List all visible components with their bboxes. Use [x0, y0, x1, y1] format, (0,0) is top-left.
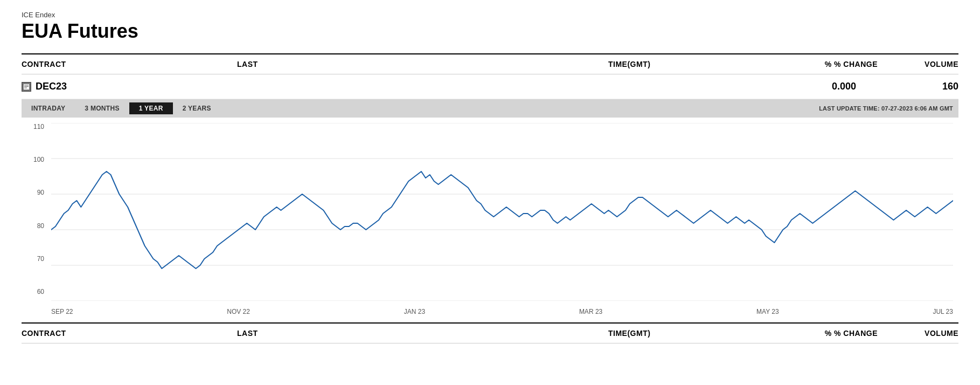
- y-label-110: 110: [22, 123, 48, 130]
- col-time-bottom: TIME(GMT): [608, 329, 770, 338]
- chart-container: 110 100 90 80 70 60 SEP 22 NOV 22 JAN 23…: [22, 118, 958, 322]
- page-title: EUA Futures: [22, 20, 958, 43]
- col-pct-change-bottom: % % CHANGE: [770, 329, 878, 338]
- col-last-bottom: LAST: [237, 329, 608, 338]
- x-label-nov22: NOV 22: [227, 308, 250, 315]
- contract-name[interactable]: DEC23: [22, 81, 237, 92]
- x-label-mar23: MAR 23: [579, 308, 602, 315]
- btn-3months[interactable]: 3 MONTHS: [75, 102, 129, 114]
- time-range-buttons: INTRADAY 3 MONTHS 1 YEAR 2 YEARS: [22, 102, 221, 114]
- contract-volume: 160: [878, 81, 958, 92]
- y-label-80: 80: [22, 222, 48, 230]
- col-pct-change: % % CHANGE: [770, 60, 878, 68]
- col-time: TIME(GMT): [608, 60, 770, 68]
- time-range-bar: INTRADAY 3 MONTHS 1 YEAR 2 YEARS LAST UP…: [22, 99, 958, 118]
- y-label-100: 100: [22, 156, 48, 163]
- col-volume: VOLUME: [878, 60, 958, 68]
- x-label-jan23: JAN 23: [404, 308, 425, 315]
- contract-row[interactable]: DEC23 0.000 160: [22, 74, 958, 99]
- btn-2years[interactable]: 2 YEARS: [173, 102, 221, 114]
- table-header-top: CONTRACT LAST TIME(GMT) % % CHANGE VOLUM…: [22, 53, 958, 74]
- x-axis: SEP 22 NOV 22 JAN 23 MAR 23 MAY 23 JUL 2…: [51, 304, 953, 322]
- col-contract-bottom: CONTRACT: [22, 329, 237, 338]
- chart-svg: [51, 123, 953, 301]
- chart-line: [51, 171, 953, 269]
- x-label-jul23: JUL 23: [933, 308, 953, 315]
- y-label-90: 90: [22, 189, 48, 196]
- col-contract: CONTRACT: [22, 60, 237, 68]
- x-label-may23: MAY 23: [756, 308, 779, 315]
- btn-1year[interactable]: 1 YEAR: [129, 102, 173, 114]
- contract-icon: [22, 82, 31, 92]
- provider-label: ICE Endex: [22, 11, 958, 19]
- y-label-70: 70: [22, 255, 48, 263]
- btn-intraday[interactable]: INTRADAY: [22, 102, 75, 114]
- table-header-bottom: CONTRACT LAST TIME(GMT) % % CHANGE VOLUM…: [22, 322, 958, 343]
- x-label-sep22: SEP 22: [51, 308, 73, 315]
- contract-pct-change: 0.000: [770, 81, 878, 92]
- col-last: LAST: [237, 60, 608, 68]
- last-update-label: LAST UPDATE TIME: 07-27-2023 6:06 AM GMT: [819, 105, 958, 112]
- y-axis: 110 100 90 80 70 60: [22, 118, 48, 301]
- y-label-60: 60: [22, 288, 48, 295]
- col-volume-bottom: VOLUME: [878, 329, 958, 338]
